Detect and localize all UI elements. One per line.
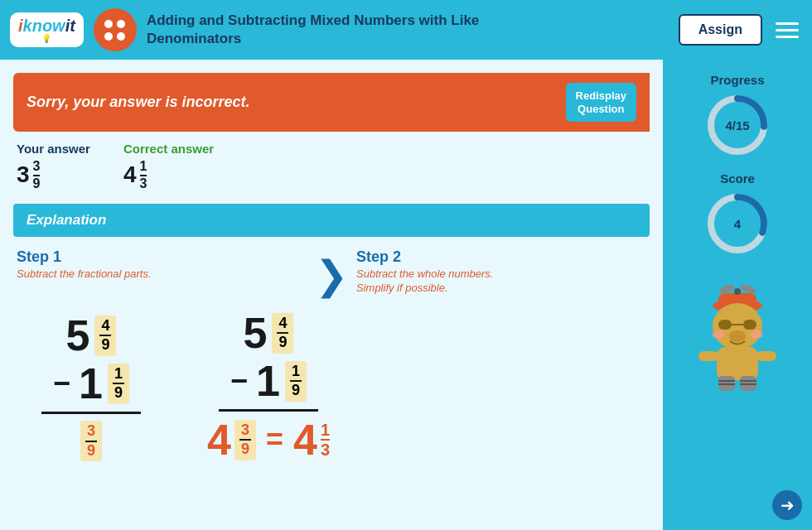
svg-rect-10 xyxy=(718,320,732,330)
explanation-title: Explanation xyxy=(27,212,106,228)
your-answer-col: Your answer 3 3 9 xyxy=(17,142,90,190)
top-row-1: 5 4 9 xyxy=(66,314,117,357)
explanation-bar: Explanation xyxy=(13,204,650,237)
bottom-den-1: 9 xyxy=(113,384,124,402)
assign-button[interactable]: Assign xyxy=(679,14,762,46)
correct-answer-col: Correct answer 4 1 3 xyxy=(123,142,214,190)
bottom-num-1: 1 xyxy=(113,365,124,385)
correct-whole-number: 4 xyxy=(123,161,137,188)
svg-point-6 xyxy=(734,288,741,295)
hamburger-line xyxy=(776,36,799,38)
correct-numerator: 1 xyxy=(140,159,147,176)
final-fraction: 3 9 xyxy=(234,420,256,460)
score-value: 4 xyxy=(734,217,741,231)
result-row-2: 4 3 9 = 4 1 3 xyxy=(207,418,330,461)
bottom-whole-1: 1 xyxy=(79,362,103,405)
minus-sign-2: − xyxy=(230,364,248,398)
arrow-right-icon: ➜ xyxy=(781,495,795,515)
main-content: Sorry, your answer is incorrect. Redispl… xyxy=(0,60,812,530)
correct-answer-value: 4 1 3 xyxy=(123,159,214,190)
progress-section: Progress 4/15 xyxy=(704,73,771,158)
your-denominator: 9 xyxy=(33,176,41,191)
final-num: 3 xyxy=(239,422,251,441)
top-row-2: 5 4 9 xyxy=(244,311,294,354)
result-num-1: 3 xyxy=(85,422,97,442)
final-den: 9 xyxy=(239,441,251,459)
hamburger-line xyxy=(776,22,799,25)
bottom-row-2: − 1 1 9 xyxy=(230,359,307,402)
bottom-row-1: − 1 1 9 xyxy=(53,362,129,405)
dice-dot xyxy=(104,32,113,41)
top-fraction-1: 4 9 xyxy=(94,316,116,356)
bottom-num-2: 1 xyxy=(290,363,302,383)
divider-line-1 xyxy=(41,412,141,414)
your-answer-value: 3 3 9 xyxy=(17,159,90,190)
result-den-1: 9 xyxy=(85,442,97,460)
minus-sign-1: − xyxy=(53,366,70,401)
score-label: Score xyxy=(720,171,755,186)
right-sidebar: Progress 4/15 Score 4 xyxy=(663,60,812,530)
top-fraction-2: 4 9 xyxy=(272,313,293,354)
svg-rect-16 xyxy=(717,347,758,380)
mascot-character xyxy=(684,277,791,401)
steps-row: Step 1 Subtract the fractional parts. ❯ … xyxy=(13,248,650,298)
simplified-whole: 4 xyxy=(293,418,317,461)
hamburger-line xyxy=(776,29,799,31)
dice-dot xyxy=(117,20,125,28)
top-whole-2: 5 xyxy=(244,311,268,354)
bottom-whole-2: 1 xyxy=(256,359,280,402)
simplified-den: 3 xyxy=(321,441,330,459)
incorrect-banner: Sorry, your answer is incorrect. Redispl… xyxy=(13,73,650,132)
menu-button[interactable] xyxy=(772,19,802,41)
answer-comparison: Your answer 3 3 9 Correct answer 4 1 3 xyxy=(13,142,650,190)
step2-title: Step 2 xyxy=(356,248,646,266)
logo-it: it xyxy=(65,17,75,35)
result-fraction-1: 3 9 xyxy=(80,421,102,461)
redisplay-button[interactable]: RedisplayQuestion xyxy=(566,83,636,122)
lesson-title: Adding and Subtracting Mixed Numbers wit… xyxy=(147,12,669,48)
svg-rect-17 xyxy=(698,351,718,361)
progress-circle: 4/15 xyxy=(704,92,771,158)
top-den-1: 9 xyxy=(99,336,111,354)
equation-block-2: 5 4 9 − 1 1 9 4 xyxy=(207,311,330,461)
step1-title: Step 1 xyxy=(17,248,307,266)
correct-denominator: 3 xyxy=(140,176,147,191)
score-circle: 4 xyxy=(704,190,771,257)
dice-dot xyxy=(104,20,113,28)
math-work-area: 5 4 9 − 1 1 9 xyxy=(13,311,650,461)
logo-light: 💡 xyxy=(18,34,75,43)
progress-label: Progress xyxy=(710,73,764,87)
app-header: iknowit 💡 Adding and Subtracting Mixed N… xyxy=(0,0,812,60)
bottom-fraction-1: 1 9 xyxy=(108,364,129,404)
divider-line-2 xyxy=(219,409,318,412)
top-den-2: 9 xyxy=(277,334,288,352)
correct-fraction: 1 3 xyxy=(140,159,147,190)
top-num-1: 4 xyxy=(99,317,111,337)
your-answer-label: Your answer xyxy=(17,142,90,156)
equals-sign: = xyxy=(266,422,283,457)
final-whole: 4 xyxy=(207,418,231,461)
simplified-fraction: 1 3 xyxy=(321,421,330,459)
svg-point-14 xyxy=(712,330,725,339)
top-whole-1: 5 xyxy=(66,314,90,357)
your-numerator: 3 xyxy=(33,159,41,176)
step-1: Step 1 Subtract the fractional parts. xyxy=(17,248,307,282)
your-fraction: 3 9 xyxy=(33,159,41,190)
your-whole-number: 3 xyxy=(17,161,30,188)
correct-answer-label: Correct answer xyxy=(123,142,214,156)
content-area: Sorry, your answer is incorrect. Redispl… xyxy=(0,60,663,530)
step1-description: Subtract the fractional parts. xyxy=(17,267,307,282)
bottom-den-2: 9 xyxy=(290,382,302,400)
svg-rect-11 xyxy=(743,320,756,330)
step2-description: Subtract the whole numbers.Simplify if p… xyxy=(356,267,646,296)
svg-point-13 xyxy=(729,330,746,342)
result-row-1: 3 9 xyxy=(80,421,102,461)
top-num-2: 4 xyxy=(277,315,288,335)
incorrect-text: Sorry, your answer is incorrect. xyxy=(27,94,249,111)
dice-icon xyxy=(94,8,137,51)
dice-dot xyxy=(117,32,125,41)
logo: iknowit 💡 xyxy=(10,12,84,47)
navigation-arrow[interactable]: ➜ xyxy=(772,490,802,520)
equation-block-1: 5 4 9 − 1 1 9 xyxy=(41,314,141,461)
simplified-num: 1 xyxy=(321,421,330,441)
